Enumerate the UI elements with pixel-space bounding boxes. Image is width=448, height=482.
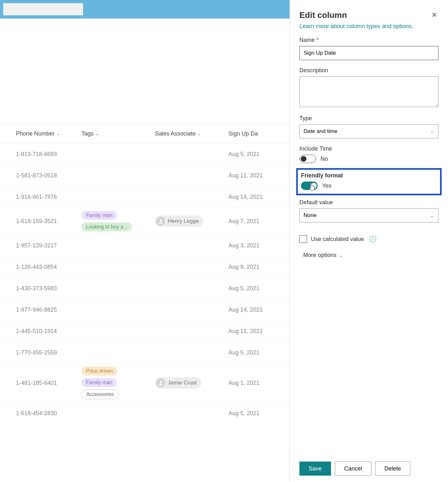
table-row[interactable]: 1-581-873-0518Aug 11, 2021 <box>0 165 290 186</box>
phone-cell: 1-126-443-0854 <box>6 264 81 270</box>
tags-cell <box>81 194 155 200</box>
phone-cell: 1-916-661-7976 <box>6 194 81 200</box>
name-label: Name * <box>299 37 438 43</box>
phone-cell: 1-430-373-5983 <box>6 285 81 292</box>
tags-cell: Price drivenFamily manAccessories <box>81 363 155 402</box>
name-input[interactable] <box>299 46 438 60</box>
phone-cell: 1-957-129-3217 <box>6 242 81 249</box>
panel-title: Edit column <box>299 10 347 20</box>
save-button[interactable]: Save <box>299 462 331 476</box>
friendly-format-label: Friendly format <box>301 172 437 179</box>
tags-cell: Family manLooking to buy s... <box>81 208 155 235</box>
date-cell: Aug 1, 2021 <box>228 380 280 386</box>
phone-cell: 1-445-510-1914 <box>6 328 81 335</box>
cancel-button[interactable]: Cancel <box>335 462 371 476</box>
tags-cell <box>81 264 155 270</box>
table-row[interactable]: 1-481-185-6401Price drivenFamily manAcce… <box>0 363 290 402</box>
friendly-format-value: Yes <box>322 183 331 189</box>
tags-cell <box>81 285 155 292</box>
search-input[interactable] <box>3 3 83 15</box>
top-bar <box>0 0 290 19</box>
include-time-toggle[interactable] <box>299 155 316 163</box>
learn-more-link[interactable]: Learn more about column types and option… <box>299 23 438 30</box>
date-cell: Aug 5, 2021 <box>228 410 280 417</box>
date-cell: Aug 11, 2021 <box>228 172 280 179</box>
svg-point-0 <box>160 219 162 221</box>
phone-cell: 1-618-454-2830 <box>6 410 81 417</box>
content-spacer <box>0 19 290 124</box>
table-row[interactable]: 1-916-661-7976Aug 14, 2021 <box>0 186 290 207</box>
tags-cell <box>81 172 155 179</box>
table-row[interactable]: 1-445-510-1914Aug 11, 2021 <box>0 320 290 342</box>
date-cell: Aug 7, 2021 <box>228 218 280 225</box>
chevron-down-icon: ⌄ <box>57 131 60 136</box>
tag-pill[interactable]: Family man <box>81 378 117 387</box>
column-header-tags[interactable]: Tags⌄ <box>81 130 155 137</box>
include-time-value: No <box>321 156 328 162</box>
description-label: Description <box>299 67 438 74</box>
column-header-phone[interactable]: Phone Number⌄ <box>6 130 81 137</box>
associate-pill[interactable]: Henry Legge <box>155 215 203 227</box>
tags-cell <box>81 307 155 313</box>
associate-cell: Henry Legge <box>155 215 228 227</box>
date-cell: Aug 14, 2021 <box>228 307 280 313</box>
type-select[interactable] <box>299 124 438 138</box>
main-list-area: Phone Number⌄ Tags⌄ Sales Associate⌄ Sig… <box>0 0 290 482</box>
associate-cell: Jamie Crust <box>155 377 228 389</box>
tags-cell <box>81 410 155 416</box>
close-icon[interactable]: ✕ <box>430 10 438 20</box>
phone-cell: 1-770-455-2559 <box>6 349 81 356</box>
chevron-down-icon: ⌄ <box>96 131 99 136</box>
date-cell: Aug 11, 2021 <box>228 328 280 335</box>
date-cell: Aug 9, 2021 <box>228 264 280 270</box>
person-icon <box>156 378 165 387</box>
friendly-format-toggle[interactable] <box>301 182 318 190</box>
table-row[interactable]: 1-430-373-5983Aug 5, 2021 <box>0 277 290 299</box>
tag-pill[interactable]: Looking to buy s... <box>81 222 132 231</box>
delete-button[interactable]: Delete <box>375 462 410 476</box>
default-value-select[interactable] <box>299 208 438 222</box>
chevron-down-icon: ⌄ <box>339 253 343 258</box>
table-row[interactable]: 1-813-718-6669Aug 5, 2021 <box>0 143 290 165</box>
table-row[interactable]: 1-126-443-0854Aug 9, 2021 <box>0 256 290 277</box>
more-options-toggle[interactable]: More options ⌄ <box>299 252 438 259</box>
date-cell: Aug 14, 2021 <box>228 194 280 200</box>
column-header-associate[interactable]: Sales Associate⌄ <box>155 130 228 137</box>
use-calculated-checkbox[interactable] <box>299 235 307 243</box>
tags-cell <box>81 151 155 157</box>
table-row[interactable]: 1-957-129-3217Aug 3, 2021 <box>0 235 290 256</box>
type-label: Type <box>299 115 438 122</box>
date-cell: Aug 5, 2021 <box>228 349 280 356</box>
phone-cell: 1-618-159-3521 <box>6 218 81 225</box>
use-calculated-label: Use calculated value <box>311 236 364 243</box>
date-cell: Aug 5, 2021 <box>228 285 280 292</box>
table-row[interactable]: 1-618-159-3521Family manLooking to buy s… <box>0 207 290 235</box>
phone-cell: 1-813-718-6669 <box>6 151 81 158</box>
table-row[interactable]: 1-618-454-2830Aug 5, 2021 <box>0 402 290 424</box>
friendly-format-highlight: Friendly format Yes <box>296 168 442 195</box>
table-row[interactable]: 1-770-455-2559Aug 5, 2021 <box>0 342 290 363</box>
info-icon[interactable]: i <box>370 236 376 242</box>
date-cell: Aug 5, 2021 <box>228 151 280 158</box>
phone-cell: 1-977-946-8825 <box>6 307 81 313</box>
phone-cell: 1-481-185-6401 <box>6 380 81 386</box>
svg-point-1 <box>160 381 162 383</box>
data-table: Phone Number⌄ Tags⌄ Sales Associate⌄ Sig… <box>0 124 290 482</box>
default-value-label: Default value <box>299 199 438 206</box>
person-icon <box>156 217 165 226</box>
column-header-date[interactable]: Sign Up Da <box>228 130 280 137</box>
chevron-down-icon: ⌄ <box>197 131 201 136</box>
phone-cell: 1-581-873-0518 <box>6 172 81 179</box>
include-time-label: Include Time <box>299 145 438 152</box>
tags-cell <box>81 349 155 356</box>
edit-column-panel: Edit column ✕ Learn more about column ty… <box>290 0 448 482</box>
tags-cell <box>81 328 155 334</box>
description-textarea[interactable] <box>299 76 438 107</box>
associate-pill[interactable]: Jamie Crust <box>155 377 201 389</box>
tag-pill[interactable]: Family man <box>81 211 117 220</box>
tags-cell <box>81 242 155 249</box>
table-row[interactable]: 1-977-946-8825Aug 14, 2021 <box>0 299 290 320</box>
tag-pill[interactable]: Accessories <box>81 390 119 399</box>
tag-pill[interactable]: Price driven <box>81 367 117 376</box>
table-header-row: Phone Number⌄ Tags⌄ Sales Associate⌄ Sig… <box>0 124 290 143</box>
